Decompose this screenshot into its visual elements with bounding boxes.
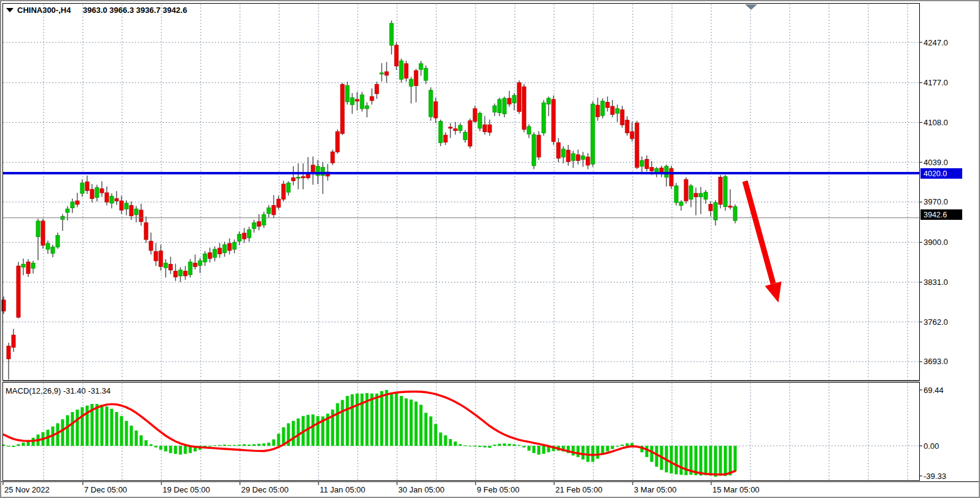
time-axis-label: 29 Dec 05:00 (241, 485, 288, 494)
macd-histogram-bar (253, 444, 256, 446)
macd-histogram-bar (101, 405, 104, 446)
bull-candle (733, 207, 737, 221)
bull-candle (512, 95, 516, 103)
bull-candle (503, 98, 506, 114)
macd-histogram-bar (498, 444, 501, 446)
macd-histogram-bar (459, 444, 462, 446)
time-axis-label: 19 Dec 05:00 (163, 485, 210, 494)
bear-candle (282, 184, 285, 199)
bull-candle (615, 109, 619, 114)
macd-histogram-bar (385, 390, 388, 446)
bull-candle (429, 90, 433, 117)
macd-histogram-bar (719, 446, 722, 475)
macd-histogram-bar (493, 445, 496, 446)
macd-histogram-bar (22, 443, 25, 446)
bull-candle (51, 247, 55, 253)
macd-histogram-bar (479, 446, 482, 447)
macd-histogram-bar (606, 446, 609, 451)
macd-histogram-bar (145, 440, 148, 446)
bull-candle (689, 186, 693, 200)
macd-histogram-bar (538, 446, 541, 454)
macd-histogram-bar (209, 446, 212, 446)
time-axis-label: 3 Mar 05:00 (634, 485, 676, 494)
bear-candle (2, 300, 6, 311)
macd-histogram-bar (734, 446, 737, 471)
bear-candle (331, 152, 334, 163)
bear-candle (719, 177, 722, 204)
macd-histogram-bar (724, 446, 727, 476)
macd-histogram-bar (655, 446, 658, 467)
bear-candle (26, 262, 30, 274)
macd-histogram-bar (7, 446, 10, 446)
bear-candle (277, 199, 280, 207)
macd-histogram-bar (179, 446, 182, 454)
bull-candle (296, 177, 300, 179)
macd-histogram-bar (709, 446, 712, 475)
bull-candle (21, 264, 25, 267)
macd-histogram-bar (130, 426, 133, 446)
bear-candle (159, 251, 163, 267)
macd-histogram-bar (228, 445, 231, 446)
macd-histogram-bar (184, 446, 187, 454)
price-axis-label: 3762.0 (924, 317, 948, 327)
macd-histogram-bar (434, 424, 438, 446)
macd-histogram-bar (66, 415, 69, 446)
bear-candle (174, 271, 177, 277)
macd-histogram-bar (449, 439, 452, 446)
bull-candle (360, 95, 364, 109)
bull-candle (223, 244, 226, 252)
bear-candle (483, 125, 487, 131)
price-axis-label: 3900.0 (924, 238, 948, 247)
bull-candle (36, 221, 40, 236)
macd-histogram-bar (577, 446, 580, 457)
bull-candle (380, 73, 384, 74)
bear-candle (557, 142, 560, 158)
bull-candle (164, 263, 168, 268)
bear-candle (395, 45, 398, 66)
bear-candle (7, 346, 10, 359)
bear-candle (100, 189, 104, 193)
macd-histogram-bar (395, 394, 398, 446)
bull-candle (247, 230, 251, 238)
macd-histogram-bar (174, 446, 177, 454)
bear-candle (645, 160, 649, 169)
macd-histogram-bar (439, 432, 442, 446)
bear-candle (370, 96, 374, 101)
macd-histogram-bar (115, 412, 118, 446)
macd-histogram-bar (233, 445, 236, 446)
bear-candle (355, 99, 359, 101)
bull-candle (252, 223, 256, 228)
bear-candle (694, 193, 698, 197)
macd-histogram-bar (464, 445, 467, 446)
bull-candle (203, 254, 207, 262)
bull-candle (267, 208, 271, 213)
macd-histogram-bar (488, 446, 492, 448)
bull-candle (640, 160, 644, 166)
bear-candle (75, 201, 79, 204)
bear-candle (537, 135, 541, 157)
macd-histogram-bar (317, 416, 320, 446)
bid-price-badge-text: 3942.6 (924, 211, 947, 219)
macd-histogram-bar (400, 396, 403, 446)
bear-candle (444, 135, 447, 142)
macd-histogram-bar (150, 444, 153, 446)
bear-candle (120, 201, 123, 210)
macd-histogram-bar (405, 399, 408, 446)
price-axis-label: 3693.0 (924, 357, 948, 366)
macd-histogram-bar (140, 435, 143, 446)
bear-candle (208, 253, 212, 259)
bear-candle (453, 129, 457, 131)
chart-canvas[interactable]: 4247.04177.04108.04039.03970.03900.03831… (1, 1, 979, 497)
bull-candle (71, 202, 74, 208)
macd-histogram-bar (341, 400, 344, 446)
macd-histogram-bar (542, 446, 546, 454)
bull-candle (674, 186, 678, 203)
macd-histogram-bar (258, 444, 261, 446)
time-axis-label: 30 Jan 05:00 (398, 485, 444, 494)
bear-candle (414, 71, 418, 85)
bear-candle (257, 222, 261, 227)
macd-histogram-bar (120, 416, 123, 446)
bear-candle (375, 85, 379, 94)
macd-histogram-bar (268, 443, 271, 446)
price-axis-label: 4039.0 (924, 158, 948, 167)
